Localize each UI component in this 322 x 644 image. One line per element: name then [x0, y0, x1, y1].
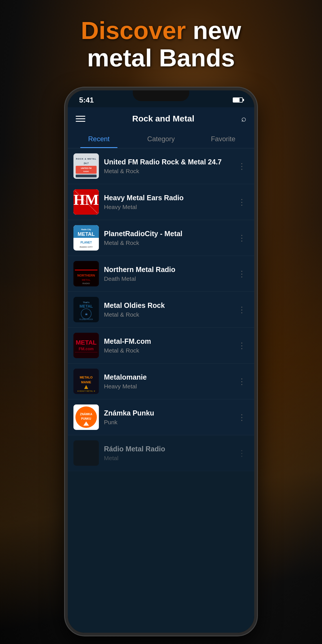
svg-text:UNITED FM: UNITED FM [81, 167, 92, 169]
station-info: Heavy Metal Ears Radio Heavy Metal [99, 194, 235, 210]
station-name: Northern Metal Radio [104, 266, 230, 274]
phone-notch [133, 90, 189, 101]
station-item[interactable]: Rádio Metal Radio Metal ⋮ [68, 435, 254, 471]
station-logo: METALO MANIE ★ HEAVY METAL ★ [73, 369, 99, 394]
station-info: United FM Radio Rock & Metal 24.7 Metal … [99, 158, 235, 175]
tab-favorite[interactable]: Favorite [192, 130, 254, 148]
svg-text:MANIE: MANIE [81, 380, 91, 384]
menu-button[interactable] [76, 116, 85, 122]
svg-text:RADIO: RADIO [83, 171, 89, 172]
station-info: Známka Punku Punk [99, 409, 235, 426]
more-options-button[interactable]: ⋮ [235, 195, 249, 210]
hero-title: Discover new metal Bands [0, 17, 322, 72]
tab-category[interactable]: Category [130, 130, 192, 148]
search-button[interactable]: ⌕ [241, 114, 246, 123]
station-item[interactable]: ZNÁMKA PUNKU Známka Punku Punk ⋮ [68, 399, 254, 435]
mute-button[interactable] [65, 158, 66, 175]
svg-rect-6 [76, 175, 97, 177]
station-item[interactable]: That's METAL ☠ OLDIES ROCK Metal Oldies … [68, 292, 254, 328]
tab-recent[interactable]: Recent [68, 130, 130, 148]
phone-screen: 5:41 Rock and Metal ⌕ Recent Catego [68, 90, 254, 633]
station-info: PlanetRadioCity - Metal Metal & Rock [99, 230, 235, 246]
station-logo: Radio City METAL PLANET RADIO CITY [73, 225, 99, 251]
station-genre: Metal & Rock [104, 240, 230, 246]
svg-text:METAL: METAL [76, 339, 97, 346]
station-logo: That's METAL ☠ OLDIES ROCK [73, 297, 99, 322]
station-name: PlanetRadioCity - Metal [104, 230, 230, 238]
svg-text:METALO: METALO [80, 376, 93, 379]
station-item[interactable]: NORTHERN METAL RADIO Northern Metal Radi… [68, 256, 254, 292]
svg-text:HM: HM [73, 192, 99, 208]
station-genre: Metal & Rock [104, 311, 230, 318]
station-genre: Heavy Metal [104, 383, 230, 390]
app-header: Rock and Metal ⌕ [68, 107, 254, 130]
station-logo: HM [73, 189, 99, 215]
svg-text:RADIO: RADIO [82, 282, 90, 285]
more-options-button[interactable]: ⋮ [235, 338, 249, 353]
station-genre: Metal & Rock [104, 168, 230, 175]
svg-text:METAL: METAL [78, 231, 95, 237]
station-logo: ROCK & METAL 24.7 UNITED FM RADIO [73, 153, 99, 179]
more-options-button[interactable]: ⋮ [235, 410, 249, 425]
svg-text:METAL: METAL [82, 279, 91, 281]
svg-text:METAL: METAL [79, 304, 93, 308]
svg-rect-18 [75, 269, 97, 271]
power-button[interactable] [256, 169, 257, 195]
station-item[interactable]: Radio City METAL PLANET RADIO CITY Plane… [68, 220, 254, 256]
station-name: United FM Radio Rock & Metal 24.7 [104, 158, 230, 166]
station-item[interactable]: HM Heavy Metal Ears Radio Heavy Metal ⋮ [68, 184, 254, 220]
svg-text:★ HEAVY METAL ★: ★ HEAVY METAL ★ [77, 390, 96, 392]
station-genre: Metal [104, 455, 230, 462]
station-info: Metalomanie Heavy Metal [99, 373, 235, 390]
svg-text:PLANET: PLANET [80, 241, 92, 244]
battery-icon [233, 97, 243, 103]
station-info: Northern Metal Radio Death Metal [99, 266, 235, 282]
station-logo: NORTHERN METAL RADIO [73, 261, 99, 286]
svg-text:ROCK & METAL: ROCK & METAL [76, 158, 97, 160]
station-genre: Death Metal [104, 275, 230, 282]
station-item[interactable]: ROCK & METAL 24.7 UNITED FM RADIO United… [68, 148, 254, 184]
station-genre: Punk [104, 419, 230, 426]
station-logo: ZNÁMKA PUNKU [73, 404, 99, 430]
station-name: Heavy Metal Ears Radio [104, 194, 230, 202]
status-time: 5:41 [79, 96, 94, 105]
svg-text:Radio City: Radio City [81, 229, 91, 231]
more-options-button[interactable]: ⋮ [235, 374, 249, 389]
svg-text:FM.com: FM.com [79, 347, 94, 351]
svg-text:That's: That's [83, 301, 90, 304]
hero-orange-text: Discover [81, 16, 186, 44]
tab-bar: Recent Category Favorite [68, 130, 254, 148]
station-item[interactable]: METAL FM.com Metal-FM.com Metal & Rock ⋮ [68, 328, 254, 364]
station-info: Metal-FM.com Metal & Rock [99, 337, 235, 354]
volume-down-button[interactable] [65, 212, 66, 237]
more-options-button[interactable]: ⋮ [235, 230, 249, 245]
station-info: Metal Oldies Rock Metal & Rock [99, 301, 235, 318]
phone-frame: 5:41 Rock and Metal ⌕ Recent Catego [65, 88, 257, 636]
status-icons [233, 97, 243, 103]
svg-text:NORTHERN: NORTHERN [77, 274, 95, 277]
station-name: Metal Oldies Rock [104, 301, 230, 310]
more-options-button[interactable]: ⋮ [235, 159, 249, 174]
svg-text:PUNKU: PUNKU [81, 417, 91, 420]
station-list: ROCK & METAL 24.7 UNITED FM RADIO United… [68, 148, 254, 471]
station-info: Rádio Metal Radio Metal [99, 445, 235, 462]
station-genre: Heavy Metal [104, 204, 230, 210]
svg-text:RADIO CITY: RADIO CITY [80, 246, 93, 248]
svg-text:24.7: 24.7 [84, 162, 89, 165]
hero-section: Discover new metal Bands [0, 17, 322, 72]
station-name: Metal-FM.com [104, 337, 230, 345]
station-genre: Metal & Rock [104, 347, 230, 354]
volume-up-button[interactable] [65, 181, 66, 206]
station-name: Metalomanie [104, 373, 230, 381]
svg-rect-31 [75, 352, 97, 353]
svg-text:☠: ☠ [85, 313, 88, 316]
more-options-button[interactable]: ⋮ [235, 446, 249, 461]
more-options-button[interactable]: ⋮ [235, 302, 249, 317]
station-name: Rádio Metal Radio [104, 445, 230, 453]
app-title: Rock and Metal [132, 114, 194, 123]
station-logo: METAL FM.com [73, 333, 99, 358]
station-item[interactable]: METALO MANIE ★ HEAVY METAL ★ Metalomanie… [68, 364, 254, 399]
more-options-button[interactable]: ⋮ [235, 266, 249, 281]
svg-text:OLDIES ROCK: OLDIES ROCK [79, 318, 93, 320]
station-name: Známka Punku [104, 409, 230, 417]
